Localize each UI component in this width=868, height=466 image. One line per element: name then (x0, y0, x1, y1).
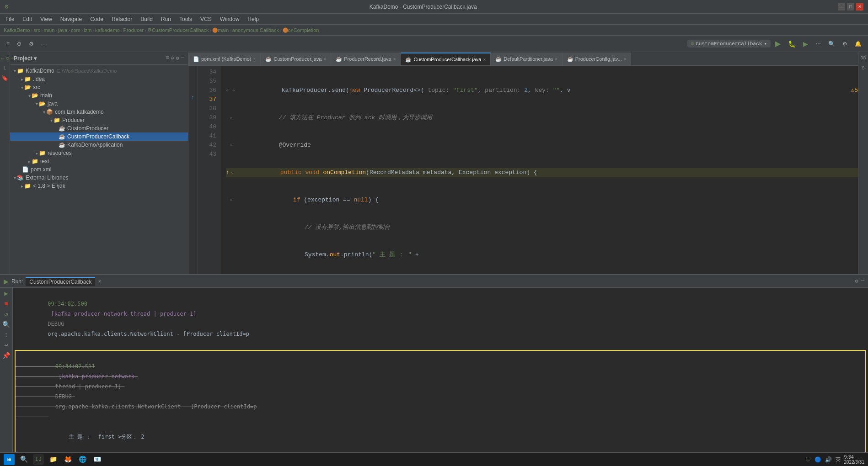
bookmarks-icon[interactable]: 🔖 (1, 74, 9, 82)
run-scroll-icon[interactable]: ↕ (4, 331, 8, 339)
run-tab-close[interactable]: × (98, 278, 101, 285)
tab-defaultpartitioner[interactable]: ☕ DefaultPartitioner.java × (491, 53, 562, 65)
panel-icon-4[interactable]: — (181, 55, 184, 62)
tree-item-customproducercallback[interactable]: ☕ CustomProducerCallback (10, 132, 188, 141)
menu-run[interactable]: Run (157, 15, 175, 23)
menu-window[interactable]: Window (216, 15, 243, 23)
breadcrumb-kafkademo[interactable]: KafkaDemo (4, 27, 30, 33)
tree-item-ext-libs[interactable]: ▾ 📚 External Libraries (10, 174, 188, 182)
menu-code[interactable]: Code (86, 15, 107, 23)
run-play-icon[interactable]: ▶ (4, 290, 8, 297)
tree-item-package[interactable]: ▾ 📦 com.lzm.kafkademo (10, 108, 188, 116)
tree-item-jdk[interactable]: ▸ 📁 < 1.8 > E:\jdk (10, 182, 188, 190)
panel-icon-2[interactable]: ⊖ (171, 55, 174, 62)
tab-pom-close[interactable]: × (253, 57, 256, 62)
run-settings-icon[interactable]: ⚙ (855, 278, 858, 285)
tree-item-resources[interactable]: ▸ 📁 resources (10, 149, 188, 157)
structure-icon[interactable]: S (859, 64, 868, 72)
tab-producerrecord-close[interactable]: × (393, 57, 396, 62)
run-filter-icon[interactable]: 🔍 (2, 321, 10, 328)
panel-icon-1[interactable]: ≡ (166, 55, 169, 62)
tab-customproducer-close[interactable]: × (323, 57, 326, 62)
tab-customproducer[interactable]: ☕ CustomProducer.java × (261, 53, 331, 65)
tree-item-test[interactable]: ▸ 📁 test (10, 157, 188, 165)
taskbar-file-icon[interactable]: 📁 (48, 454, 59, 465)
tree-item-main[interactable]: ▾ 📂 main (10, 91, 188, 100)
notifications-btn[interactable]: 🔔 (852, 37, 864, 50)
tree-item-java[interactable]: ▾ 📂 java (10, 100, 188, 108)
minimize-button[interactable]: — (838, 3, 845, 11)
title-bar-controls[interactable]: — □ ✕ (838, 3, 863, 11)
run-minimize-icon[interactable]: — (861, 278, 864, 285)
taskbar-intellij-icon[interactable]: IJ (33, 454, 44, 465)
tab-defaultpartitioner-close[interactable]: × (555, 57, 557, 62)
tree-item-pom[interactable]: 📄 pom.xml (10, 165, 188, 174)
breadcrumb-main2[interactable]: main (218, 27, 229, 33)
menu-navigate[interactable]: Navigate (57, 15, 86, 23)
debug-button[interactable]: 🐛 (785, 37, 798, 50)
menu-vcs[interactable]: VCS (197, 15, 215, 23)
menu-edit[interactable]: Edit (19, 15, 36, 23)
settings-gear-btn[interactable]: ⚙ (840, 37, 850, 50)
breadcrumb-producer[interactable]: Producer (123, 27, 144, 33)
breadcrumb-com[interactable]: com (71, 27, 80, 33)
close-button[interactable]: ✕ (856, 3, 863, 11)
menu-build[interactable]: Build (137, 15, 156, 23)
menu-refactor[interactable]: Refactor (108, 15, 136, 23)
panel-icon-3[interactable]: ⚙ (176, 55, 179, 62)
tab-customproducer-icon: ☕ (265, 56, 272, 62)
database-icon[interactable]: DB (859, 54, 868, 62)
toolbar-more-btn[interactable]: ⋯ (813, 37, 824, 50)
taskbar-app1-icon[interactable]: 🦊 (62, 454, 73, 465)
run-pin-icon[interactable]: 📌 (2, 352, 10, 360)
tab-customproducercallback-close[interactable]: × (483, 57, 486, 62)
taskbar-app3-icon[interactable]: 📧 (91, 454, 102, 465)
breadcrumb-java[interactable]: java (58, 27, 67, 33)
tab-customproducercallback[interactable]: ☕ CustomProducerCallback.java × (401, 53, 491, 65)
breadcrumb-anon[interactable]: anonymous Callback (232, 27, 279, 33)
learn-icon[interactable]: L (1, 64, 9, 72)
breadcrumb-oncompletion[interactable]: onCompletion (288, 27, 319, 33)
tree-item-kafkademo[interactable]: ▾ 📁 KafkaDemo E:\WorkSpace\KafkaDemo (10, 67, 188, 75)
breadcrumb-customproducercallback[interactable]: CustomProducerCallback (152, 27, 209, 33)
toolbar-minus-btn[interactable]: — (38, 37, 49, 50)
run-button[interactable]: ▶ (772, 37, 783, 50)
breadcrumb-kafkademo2[interactable]: kafkademo (95, 27, 120, 33)
breadcrumb-main[interactable]: main (44, 27, 55, 33)
toolbar-project-btn[interactable]: ≡ (4, 37, 12, 50)
code-content[interactable]: ⬦ ⬦ kafkaProducer.send(new ProducerRecor… (220, 66, 858, 274)
taskbar-app2-icon[interactable]: 🌐 (77, 454, 88, 465)
menu-view[interactable]: View (37, 15, 56, 23)
run-config-dropdown[interactable]: ⚙ CustomProducerCallback ▾ (687, 40, 771, 48)
toolbar-collapse-btn[interactable]: ⊖ (14, 37, 24, 50)
tree-item-producer-folder[interactable]: ▾ 📁 Producer (10, 116, 188, 124)
tab-producerconfig-close[interactable]: × (624, 57, 627, 62)
tab-producerconfig[interactable]: ☕ ProducerConfig.jav... × (563, 53, 632, 65)
menu-help[interactable]: Help (244, 15, 263, 23)
line-num-39: 39 (201, 113, 216, 122)
maximize-button[interactable]: □ (847, 3, 854, 11)
coverage-button[interactable]: ▶ (800, 37, 811, 50)
breadcrumb-lzm[interactable]: lzm (84, 27, 91, 33)
run-stop-icon[interactable]: ■ (4, 300, 8, 307)
menu-file[interactable]: File (2, 15, 18, 23)
run-wrap-icon[interactable]: ↩ (4, 341, 8, 349)
line-num-42: 42 (201, 141, 216, 150)
run-tab-label[interactable]: CustomProducerCallback (26, 277, 95, 286)
tree-item-idea[interactable]: ▸ 📁 .idea (10, 75, 188, 83)
taskbar-windows-icon[interactable]: ⊞ (4, 454, 15, 465)
breadcrumb-src[interactable]: src (33, 27, 40, 33)
project-icon[interactable]: Proj (1, 54, 9, 62)
tree-item-kafkademoapp[interactable]: ☕ KafkaDemoApplication (10, 141, 188, 149)
menu-tools[interactable]: Tools (176, 15, 196, 23)
run-restart-icon[interactable]: ↺ (4, 310, 8, 318)
tree-item-customproducer[interactable]: ☕ CustomProducer (10, 124, 188, 132)
tree-item-src[interactable]: ▾ 📂 src (10, 83, 188, 91)
search-everywhere-btn[interactable]: 🔍 (825, 37, 838, 50)
taskbar-search-icon[interactable]: 🔍 (18, 454, 29, 465)
toolbar-settings-btn[interactable]: ⚙ (26, 37, 37, 50)
code-editor[interactable]: ↑ 34 35 36 37 38 39 40 41 (188, 66, 858, 274)
run-content[interactable]: 09:34:02.500 [kafka-producer-network-thr… (13, 288, 868, 452)
tab-producerrecord[interactable]: ☕ ProducerRecord.java × (331, 53, 401, 65)
tab-pom[interactable]: 📄 pom.xml (KafkaDemo) × (188, 53, 261, 65)
